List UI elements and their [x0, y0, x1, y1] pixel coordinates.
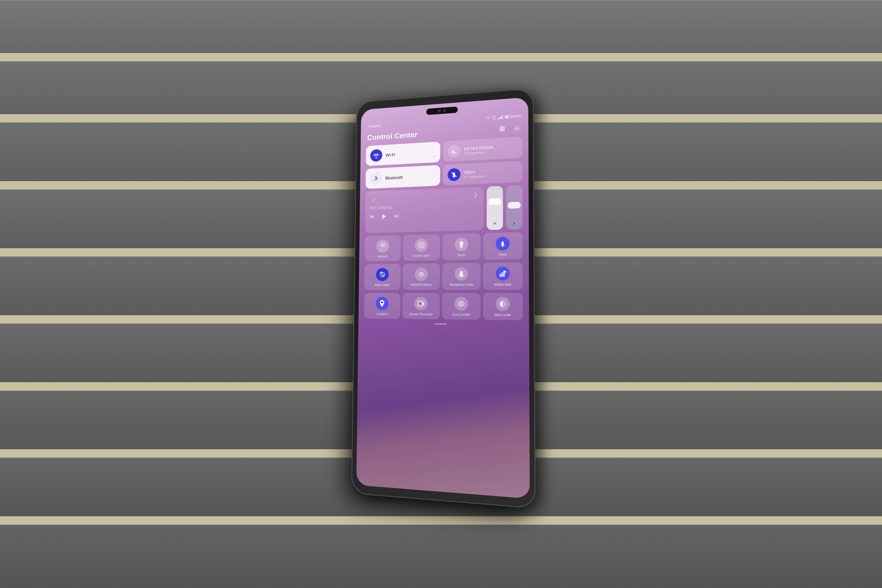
- wifi-chevron: [432, 155, 436, 159]
- prev-button[interactable]: [369, 214, 375, 220]
- bluetooth-icon: [370, 172, 382, 185]
- svg-rect-26: [502, 273, 503, 277]
- svg-marker-13: [382, 214, 386, 219]
- wifi-dnd-row: Wi-Fi Do Not Disturb: [366, 137, 522, 166]
- control-center: Control Center: [362, 123, 524, 492]
- mobile-data-tile[interactable]: Mobile data: [483, 262, 523, 290]
- signal-icon: [498, 115, 503, 119]
- svg-point-18: [420, 244, 422, 246]
- quick-tiles-row1: Hotspot Screen-shot: [364, 232, 522, 261]
- wifi-icon: [370, 149, 382, 162]
- svg-rect-0: [493, 116, 496, 119]
- media-sliders-section: Not playing: [365, 185, 522, 233]
- svg-marker-14: [395, 214, 397, 218]
- screenshot-tile[interactable]: Screen-shot: [403, 234, 440, 261]
- screen-recorder-tile[interactable]: Screen Recorder: [402, 293, 440, 319]
- torch-tile[interactable]: Torch: [442, 233, 481, 261]
- silent-tile[interactable]: Silent AI Suggestions: [443, 161, 522, 186]
- svg-line-4: [500, 128, 504, 128]
- svg-point-33: [419, 303, 421, 304]
- carrier-text: T-Mobile: [368, 123, 381, 129]
- location-tile[interactable]: Location: [364, 293, 400, 319]
- aeroplane-label: Aeroplane mode: [450, 282, 473, 287]
- cc-title: Control Center: [367, 130, 417, 142]
- svg-rect-19: [460, 244, 462, 248]
- quick-tiles-row3: Location Screen Recorder: [364, 292, 523, 320]
- auto-rotate-label: Auto-rotate: [375, 283, 390, 287]
- torch-label: Torch: [458, 253, 465, 257]
- bt-silent-row: Bluetooth Silent: [366, 161, 522, 189]
- status-right: 66%: [486, 114, 521, 120]
- brightness-slider[interactable]: ☀: [487, 186, 503, 230]
- camera-sensor: [438, 110, 441, 112]
- brightness-thumb: [489, 198, 501, 205]
- bt-text: Bluetooth: [385, 175, 403, 180]
- next-button[interactable]: [394, 213, 399, 219]
- aeroplane-icon: [454, 267, 468, 281]
- screen-recorder-icon: [414, 297, 428, 310]
- battery-icon: [504, 115, 511, 118]
- auto-rotate-tile[interactable]: Auto-rotate: [364, 264, 401, 290]
- svg-point-35: [461, 303, 462, 304]
- hotspot-icon: [376, 239, 389, 252]
- svg-point-10: [474, 196, 476, 198]
- cast-icon: [471, 191, 479, 200]
- eye-comfort-label: Eye Comfort: [452, 312, 470, 316]
- eye-comfort-icon: [454, 297, 468, 311]
- silent-quick-tile[interactable]: Silent: [483, 232, 523, 260]
- wifi-status-icon: [486, 116, 490, 120]
- swipe-line: [435, 323, 447, 325]
- volume-icon: 🔊: [512, 221, 517, 226]
- svg-rect-17: [419, 243, 424, 248]
- phone-body: T-Mobile: [351, 88, 536, 508]
- media-controls: [369, 210, 479, 220]
- honor-share-tile[interactable]: HONOR Share: [402, 263, 440, 290]
- aeroplane-tile[interactable]: Aeroplane mode: [442, 263, 481, 290]
- hotspot-label: Hotspot: [377, 254, 388, 258]
- location-label: Location: [376, 312, 388, 316]
- dark-mode-label: Dark mode: [495, 312, 511, 317]
- swipe-indicator: [364, 322, 523, 326]
- camera-notch: [426, 106, 458, 115]
- auto-rotate-icon: [376, 268, 389, 281]
- cc-header-icons: [499, 124, 521, 134]
- brightness-icon: ☀: [493, 220, 497, 226]
- silent-quick-icon: [496, 237, 510, 251]
- edit-icon[interactable]: [499, 124, 507, 134]
- silent-text: Silent AI Suggestions: [464, 169, 486, 179]
- svg-point-7: [375, 157, 377, 159]
- bluetooth-tile[interactable]: Bluetooth: [366, 165, 440, 189]
- wifi-label: Wi-Fi: [386, 152, 395, 157]
- svg-line-23: [380, 273, 384, 277]
- not-playing-text: Not playing: [369, 201, 479, 210]
- svg-rect-12: [370, 215, 371, 219]
- dark-mode-tile[interactable]: Dark mode: [483, 292, 523, 320]
- play-button[interactable]: [381, 213, 387, 220]
- svg-rect-15: [398, 214, 398, 218]
- wifi-tile[interactable]: Wi-Fi: [366, 141, 440, 166]
- svg-point-6: [516, 127, 518, 129]
- music-note-icon: [369, 195, 377, 203]
- svg-rect-1: [500, 126, 504, 131]
- settings-icon[interactable]: [513, 124, 521, 133]
- battery-percent: 66%: [513, 114, 521, 118]
- dnd-text: Do Not Disturb AI Suggestions: [464, 144, 493, 155]
- location-icon: [376, 297, 388, 310]
- hotspot-tile[interactable]: Hotspot: [364, 235, 401, 262]
- screenshot-icon: [415, 238, 428, 252]
- wifi-text: Wi-Fi: [386, 152, 395, 157]
- svg-point-8: [453, 177, 454, 178]
- svg-rect-20: [460, 242, 462, 243]
- svg-marker-11: [371, 215, 374, 219]
- dnd-tile[interactable]: Do Not Disturb AI Suggestions: [443, 137, 522, 162]
- silent-icon: [447, 168, 460, 181]
- bt-label: Bluetooth: [385, 175, 403, 180]
- honor-share-icon: [414, 267, 428, 281]
- phone-device: T-Mobile: [351, 88, 536, 508]
- svg-line-5: [500, 129, 504, 129]
- svg-point-21: [502, 246, 503, 247]
- media-tile[interactable]: Not playing: [365, 187, 484, 233]
- volume-slider[interactable]: 🔊: [506, 185, 523, 230]
- eye-comfort-tile[interactable]: Eye Comfort: [442, 293, 481, 320]
- camera-lens: [443, 109, 446, 112]
